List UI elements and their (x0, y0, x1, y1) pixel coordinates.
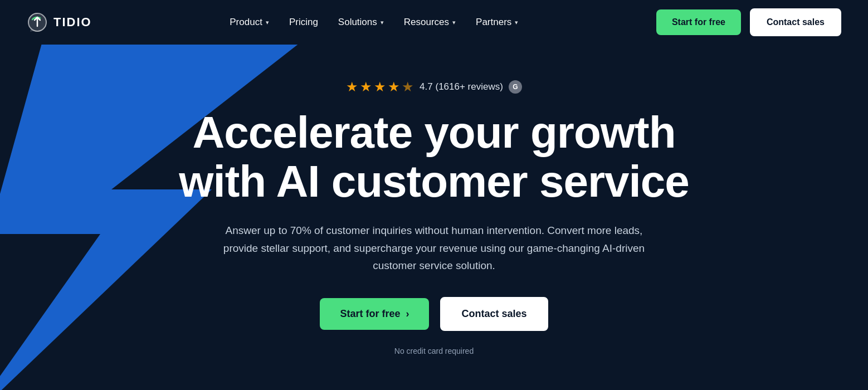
logo[interactable]: TIDIO (27, 12, 92, 33)
hero-subtitle: Answer up to 70% of customer inquiries w… (217, 222, 651, 274)
nav-start-button[interactable]: Start for free (656, 9, 741, 35)
resources-chevron-icon: ▾ (452, 19, 456, 26)
nav-actions: Start for free Contact sales (656, 8, 841, 36)
star-3: ★ (374, 79, 386, 95)
nav-contact-button[interactable]: Contact sales (750, 8, 841, 36)
rating-score: 4.7 (1616+ reviews) (420, 81, 503, 92)
partners-chevron-icon: ▾ (515, 19, 518, 26)
hero-contact-button[interactable]: Contact sales (440, 297, 548, 331)
hero-content: ★ ★ ★ ★ ★ 4.7 (1616+ reviews) G Accelera… (157, 79, 711, 355)
nav-resources[interactable]: Resources ▾ (404, 17, 456, 28)
nav-solutions[interactable]: Solutions ▾ (338, 17, 384, 28)
nav-links: Product ▾ Pricing Solutions ▾ Resources … (230, 17, 518, 28)
no-credit-text: No credit card required (394, 347, 474, 355)
solutions-chevron-icon: ▾ (381, 19, 384, 26)
star-4: ★ (388, 79, 400, 95)
logo-text: TIDIO (53, 15, 92, 30)
nav-partners[interactable]: Partners ▾ (476, 17, 518, 28)
hero-cta-row: Start for free › Contact sales (320, 297, 548, 331)
star-2: ★ (360, 79, 372, 95)
rating-row: ★ ★ ★ ★ ★ 4.7 (1616+ reviews) G (179, 79, 689, 95)
hero-section: ★ ★ ★ ★ ★ 4.7 (1616+ reviews) G Accelera… (0, 45, 868, 390)
star-rating: ★ ★ ★ ★ ★ (346, 79, 414, 95)
nav-pricing[interactable]: Pricing (289, 17, 318, 28)
nav-product[interactable]: Product ▾ (230, 17, 269, 28)
product-chevron-icon: ▾ (266, 19, 269, 26)
hero-title: Accelerate your growth with AI customer … (179, 108, 689, 206)
navbar: TIDIO Product ▾ Pricing Solutions ▾ Reso… (0, 0, 868, 45)
hero-buttons: Start for free › Contact sales No credit… (179, 297, 689, 355)
logo-icon (27, 12, 48, 33)
star-5: ★ (402, 79, 414, 95)
hero-start-button[interactable]: Start for free › (320, 298, 429, 330)
arrow-icon: › (406, 308, 409, 320)
star-1: ★ (346, 79, 358, 95)
capterra-icon: G (509, 80, 522, 94)
